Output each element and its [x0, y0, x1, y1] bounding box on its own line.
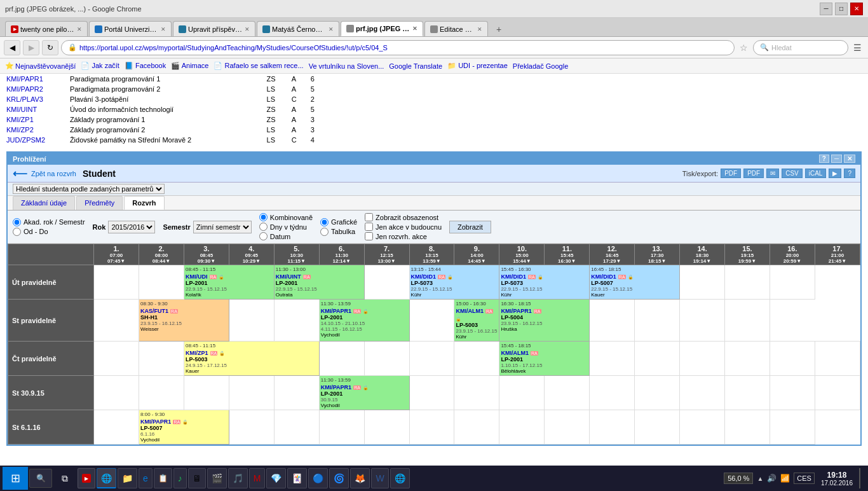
search-select[interactable]: Hledání studenta podle zadaných parametr…	[13, 184, 165, 194]
export-email-btn[interactable]: ✉	[766, 169, 779, 178]
display-radio-graficke[interactable]: Grafické	[320, 218, 357, 226]
search-bar[interactable]: 🔍 Hledat	[753, 40, 848, 55]
bookmark-prekladac[interactable]: Překladač Google	[513, 62, 568, 70]
taskbar-app-youtube[interactable]: ▶	[78, 468, 95, 488]
export-play-btn[interactable]: ▶	[829, 169, 841, 178]
view-radio-dny[interactable]: Dny v týdnu	[259, 223, 313, 231]
network-icon[interactable]: 📶	[780, 474, 790, 483]
course-cell-zp1[interactable]: 08:45 - 11:15 KMI/ZP1 RA 🔒 LP-5003 24.9.…	[184, 342, 319, 376]
arrow-up-icon[interactable]: ▲	[757, 475, 763, 482]
course-link[interactable]: KMI/ZP2	[6, 126, 34, 134]
taskbar-app-chrome1[interactable]: 🌐	[97, 468, 116, 488]
course-cell-did1-a[interactable]: 13:15 - 15:44 KMI/DID1 RA 🔒 LP-5073 22.9…	[409, 265, 499, 300]
tab-youtube[interactable]: ▶ twenty one pilots: ... ✕	[5, 21, 88, 36]
bookmark-jakzacit[interactable]: 📄 Jak začít	[81, 62, 119, 70]
course-cell-papr1-st2[interactable]: 16:30 - 18:15 KMI/PAPR1 RA LP-5004 23.9.…	[499, 300, 590, 342]
course-cell-alm1-ct[interactable]: 15:45 - 18:15 KMI/ALM1 RA LP-2001 1.10.1…	[499, 342, 590, 376]
period-radio-semester[interactable]: Akad. rok / Semestr	[13, 218, 85, 226]
tab-predmety[interactable]: Předměty	[76, 196, 123, 210]
course-link[interactable]: KMI/ZP1	[6, 116, 34, 123]
course-link[interactable]: KRL/PLAV3	[6, 95, 43, 103]
course-cell-did1-b[interactable]: 15:45 - 16:30 KMI/DID1 RA 🔒 LP-5073 22.9…	[499, 265, 590, 300]
export-help-btn[interactable]: ?	[844, 169, 855, 178]
back-to-schedule[interactable]: ⟵ Zpět na rozvrh Student	[13, 167, 116, 179]
address-bar[interactable]: 🔒 https://portal.upol.cz/wps/myportal/St…	[61, 40, 735, 55]
bookmark-animace[interactable]: 🎬 Animace	[171, 62, 208, 70]
bookmark-udi[interactable]: 📁 UDI - prezentae	[447, 62, 508, 70]
tab-portal[interactable]: Portál Univerzity Palac... ✕	[89, 21, 172, 36]
taskbar-app-misc4[interactable]: M	[249, 468, 266, 488]
semestr-select[interactable]: Zimní semestr	[193, 221, 252, 233]
tab-matyas[interactable]: Matyáš Černohous | škola, ... ✕	[257, 21, 339, 36]
taskbar-app-misc7[interactable]: 🔵	[308, 468, 328, 488]
new-tab-btn[interactable]: +	[492, 22, 506, 36]
taskbar-app-file-explorer[interactable]: 📁	[118, 468, 137, 488]
taskbar-app-misc6[interactable]: 🃏	[287, 468, 307, 488]
menu-btn[interactable]: ☰	[851, 43, 864, 53]
course-cell-papr1-30[interactable]: 11:30 - 13:59 KMI/PAPR1 RA 🔒 LP-2001 30.…	[319, 376, 409, 410]
course-link[interactable]: KMI/UINT	[6, 106, 37, 113]
period-radio-oddo[interactable]: Od - Do	[13, 228, 85, 236]
display-radio-tabulka[interactable]: Tabulka	[320, 228, 357, 236]
tab-prf-close[interactable]: ✕	[412, 25, 417, 32]
minimize-btn[interactable]: ─	[820, 3, 832, 15]
panel-close-btn[interactable]: ✕	[844, 155, 855, 163]
taskbar-app-misc2[interactable]: 🎬	[207, 468, 227, 488]
taskbar-clock[interactable]: 19:18 17.02.2016	[818, 471, 855, 487]
tab-editace[interactable]: Editace článku ✕	[424, 21, 488, 36]
tab-zakladni-udaje[interactable]: Základní údaje	[13, 196, 75, 210]
checkbox-obsazenost[interactable]: Zobrazit obsazenost	[365, 213, 442, 221]
bookmark-google-translate[interactable]: Google Translate	[389, 62, 442, 70]
course-link[interactable]: KMI/PAPR1	[6, 75, 43, 83]
maximize-btn[interactable]: □	[835, 3, 848, 15]
taskbar-app-spotify[interactable]: ♪	[173, 468, 187, 488]
bookmark-vrtulnik[interactable]: Ve vrtulníku na Sloven...	[309, 62, 384, 70]
checkbox-budoucnu[interactable]: Jen akce v budoucnu	[365, 223, 442, 231]
taskbar-app-misc8[interactable]: 🌀	[329, 468, 349, 488]
course-link[interactable]: JUD/ZPSM2	[6, 136, 45, 144]
tab-prf[interactable]: prf.jpg (JPEG obrázek, ... ✕	[341, 21, 423, 36]
course-cell-udi[interactable]: 08:45 - 11:15 KMI/UDI RA 🔒 LP-2001 22.9.…	[184, 265, 274, 300]
show-desktop-btn[interactable]	[859, 468, 863, 488]
course-cell-fut1[interactable]: 08:30 - 9:30 KAS/FUT1 RA SH-H1 23.9.15 -…	[139, 300, 229, 342]
taskbar-app-edge[interactable]: e	[139, 468, 153, 488]
export-pdf2-btn[interactable]: PDF	[743, 169, 764, 178]
export-pdf1-btn[interactable]: PDF	[721, 169, 741, 178]
course-link[interactable]: KMI/PAPR2	[6, 85, 43, 93]
back-button[interactable]: ◀	[4, 40, 20, 55]
bookmark-star[interactable]: ☆	[737, 43, 750, 53]
bookmark-rafaelo[interactable]: 📄 Rafaelo se salkem rece...	[214, 62, 303, 70]
tab-upravit-close[interactable]: ✕	[245, 26, 250, 32]
tab-portal-close[interactable]: ✕	[161, 26, 166, 32]
taskbar-app-misc5[interactable]: 💎	[266, 468, 286, 488]
start-button[interactable]: ⊞	[3, 467, 28, 490]
close-btn[interactable]: ✕	[850, 3, 863, 15]
course-cell-alm1-st[interactable]: 15:00 - 16:30 KMI/ALM1 RA 🔒 LP-5003 23.9…	[454, 300, 499, 342]
tab-upravit[interactable]: Upravit příspěvek « Matyáš... ✕	[173, 21, 255, 36]
tab-rozvrh[interactable]: Rozvrh	[124, 196, 164, 210]
forward-button[interactable]: ▶	[23, 40, 39, 55]
course-cell-papr1-st[interactable]: 11:30 - 13:59 KMI/PAPR1 RA 🔒 LP-2001 14.…	[319, 300, 409, 342]
course-cell-did1-c[interactable]: 16:45 - 18:15 KMI/DID1 RA 🔒 LP-5007 22.9…	[590, 265, 680, 300]
taskbar-app-office[interactable]: 📋	[154, 468, 172, 488]
task-view-btn[interactable]: ⧉	[53, 467, 76, 490]
reload-button[interactable]: ↻	[42, 40, 58, 55]
bookmark-facebook[interactable]: 📘 Facebook	[125, 62, 166, 70]
course-cell-uint[interactable]: 11:30 - 13:00 KMI/UINT RA LP-2001 22.9.1…	[274, 265, 364, 300]
taskbar-app-misc3[interactable]: 🎵	[228, 468, 248, 488]
taskbar-app-misc10[interactable]: 🌐	[390, 468, 410, 488]
rok-select[interactable]: 2015/2016	[108, 221, 155, 233]
zobrazit-btn[interactable]: Zobrazit	[449, 221, 491, 233]
view-radio-kombinovane[interactable]: Kombinovaně	[259, 213, 313, 221]
export-csv-btn[interactable]: CSV	[782, 169, 803, 178]
view-radio-datum[interactable]: Datum	[259, 232, 313, 240]
panel-help-btn[interactable]: ?	[819, 155, 829, 163]
tab-editace-close[interactable]: ✕	[477, 26, 482, 32]
tab-youtube-close[interactable]: ✕	[77, 26, 82, 32]
tab-matyas-close[interactable]: ✕	[329, 26, 334, 32]
checkbox-rozvrh-akce[interactable]: Jen rozvrh. akce	[365, 232, 442, 240]
volume-icon[interactable]: 🔊	[767, 474, 776, 483]
bookmark-nejnavstevovanejsi[interactable]: ⭐ Nejnavštěvovanější	[5, 62, 76, 70]
taskbar-app-word[interactable]: W	[371, 468, 388, 488]
course-cell-papr1-6116[interactable]: 8:00 - 9:30 KMI/PAPR1 RA 🔒 LP-5007 6.1.1…	[139, 410, 229, 445]
